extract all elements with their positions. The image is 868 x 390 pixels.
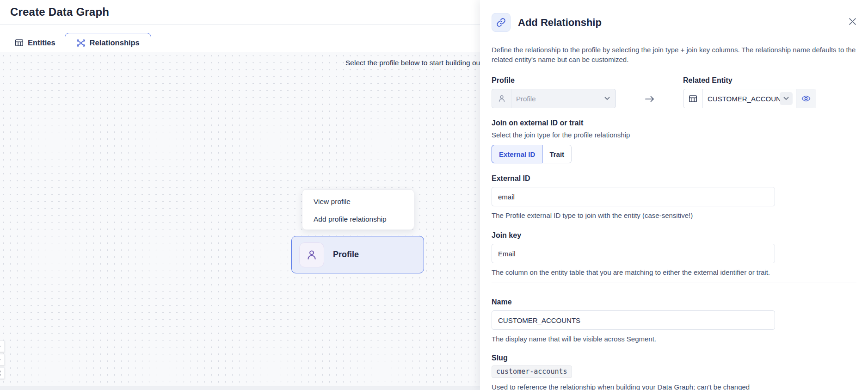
- join-key-input[interactable]: [492, 244, 775, 263]
- tab-relationships-label: Relationships: [90, 38, 140, 47]
- profile-select-value: Profile: [511, 95, 604, 103]
- join-type-option-trait[interactable]: Trait: [542, 145, 572, 163]
- join-type-section: Join on external ID or trait Select the …: [492, 119, 856, 163]
- slug-field: Slug customer-accounts Used to reference…: [492, 354, 856, 390]
- name-label: Name: [492, 298, 856, 306]
- join-key-field: Join key The column on the entity table …: [492, 231, 856, 277]
- external-id-label: External ID: [492, 174, 856, 183]
- external-id-input[interactable]: [492, 187, 775, 206]
- related-entity-field-group: Related Entity CUSTOMER_ACCOUNTS: [683, 76, 816, 108]
- profile-field-group: Profile Profile: [492, 76, 616, 108]
- table-icon: [15, 38, 24, 47]
- eye-icon[interactable]: [796, 89, 816, 108]
- panel-title: Add Relationship: [518, 17, 602, 29]
- slug-label: Slug: [492, 354, 856, 362]
- name-field: Name The display name that will be visib…: [492, 298, 856, 344]
- page-title: Create Data Graph: [10, 6, 109, 19]
- section-divider: [492, 283, 856, 283]
- tab-entities-label: Entities: [28, 38, 55, 47]
- external-id-help: The Profile external ID type to join wit…: [492, 210, 856, 220]
- join-type-segmented-control: External ID Trait: [492, 145, 572, 163]
- table-icon: [683, 89, 703, 108]
- link-icon: [492, 13, 511, 32]
- join-type-help: Select the join type for the profile rel…: [492, 130, 856, 140]
- join-key-label: Join key: [492, 231, 856, 240]
- profile-node[interactable]: Profile: [291, 236, 424, 273]
- related-entity-select[interactable]: CUSTOMER_ACCOUNTS: [683, 89, 816, 108]
- chevron-down-icon: [780, 92, 793, 105]
- name-input[interactable]: [492, 310, 775, 330]
- zoom-in-icon[interactable]: [0, 340, 5, 352]
- person-icon: [492, 89, 511, 108]
- panel-header: Add Relationship: [492, 13, 856, 32]
- join-type-label: Join on external ID or trait: [492, 119, 856, 127]
- panel-description: Define the relationship to the profile b…: [492, 45, 856, 64]
- close-icon[interactable]: [848, 17, 857, 26]
- arrow-right-icon: [616, 89, 683, 109]
- tab-entities[interactable]: Entities: [6, 33, 65, 52]
- tab-relationships[interactable]: Relationships: [65, 33, 151, 52]
- join-type-option-external-id[interactable]: External ID: [492, 145, 542, 163]
- slug-help: Used to reference the relationship when …: [492, 382, 764, 390]
- menu-item-add-profile-relationship[interactable]: Add profile relationship: [302, 210, 414, 228]
- profile-field-label: Profile: [492, 76, 616, 85]
- zoom-out-icon[interactable]: [0, 354, 5, 365]
- create-data-graph-window: Create Data Graph Entities Relati: [0, 0, 868, 390]
- profile-node-label: Profile: [333, 250, 359, 260]
- name-help: The display name that will be visible ac…: [492, 334, 856, 344]
- profile-context-menu: View profile Add profile relationship: [302, 189, 414, 230]
- chevron-down-icon: [604, 97, 610, 100]
- person-icon: [299, 242, 324, 267]
- related-entity-select-value: CUSTOMER_ACCOUNTS: [703, 95, 780, 103]
- canvas-zoom-controls: [0, 340, 5, 379]
- menu-item-view-profile[interactable]: View profile: [302, 193, 414, 210]
- graph-icon: [76, 38, 86, 48]
- add-relationship-panel: Add Relationship Define the relationship…: [480, 0, 868, 390]
- slug-value-badge: customer-accounts: [492, 365, 572, 378]
- join-key-help: The column on the entity table that you …: [492, 267, 775, 277]
- fit-view-icon[interactable]: [0, 367, 5, 379]
- external-id-field: External ID The Profile external ID type…: [492, 174, 856, 220]
- relationship-entities-row: Profile Profile: [492, 76, 856, 109]
- related-entity-label: Related Entity: [683, 76, 816, 85]
- profile-select[interactable]: Profile: [492, 89, 616, 108]
